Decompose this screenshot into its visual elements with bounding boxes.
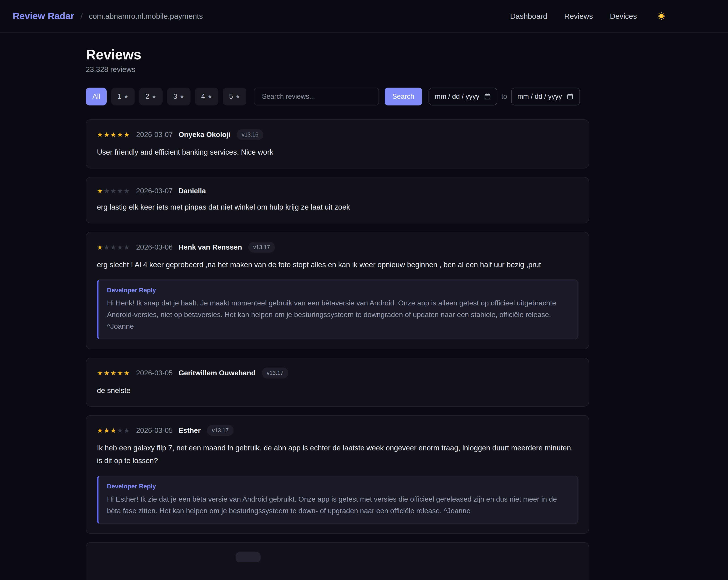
- star-icon: ★: [207, 94, 212, 99]
- developer-reply: Developer Reply Hi Henk! Ik snap dat je …: [97, 279, 578, 339]
- developer-reply: Developer Reply Hi Esther! Ik zie dat je…: [97, 476, 578, 524]
- filter-chip-label: 4: [201, 93, 205, 101]
- nav-dashboard[interactable]: Dashboard: [510, 12, 547, 21]
- developer-reply-text: Hi Henk! Ik snap dat je baalt. Je maakt …: [107, 297, 569, 332]
- review-body: erg lastig elk keer iets met pinpas dat …: [97, 201, 578, 213]
- theme-toggle-button[interactable]: [657, 11, 666, 21]
- review-date: 2026-03-07: [136, 130, 173, 139]
- review-body: Ik heb een galaxy flip 7, net een maand …: [97, 442, 578, 467]
- calendar-icon: [484, 93, 491, 100]
- version-badge: v13.17: [207, 425, 234, 436]
- filter-chip-4[interactable]: 4 ★: [195, 87, 218, 105]
- version-badge: v13.16: [237, 129, 263, 140]
- developer-reply-text: Hi Esther! Ik zie dat je een bèta versie…: [107, 494, 569, 517]
- search-input[interactable]: [254, 87, 379, 105]
- date-from-placeholder: mm / dd / yyyy: [435, 93, 479, 101]
- reviews-page: Reviews 23,328 reviews All 1 ★ 2 ★ 3 ★ 4…: [0, 47, 589, 580]
- review-body: User friendly and efficient banking serv…: [97, 146, 578, 159]
- page-title: Reviews: [86, 47, 589, 62]
- review-card: ★★★★★ 2026-03-05 Esther v13.17 Ik heb ee…: [86, 415, 589, 533]
- sun-icon: [657, 12, 666, 20]
- review-card-partial: [86, 542, 589, 580]
- review-body: erg slecht ! Al 4 keer geprobeerd ,na he…: [97, 258, 578, 271]
- search-button[interactable]: Search: [385, 87, 422, 105]
- star-rating: ★★★★★: [97, 187, 130, 195]
- filter-row: All 1 ★ 2 ★ 3 ★ 4 ★ 5 ★ Search mm / dd /…: [86, 87, 589, 105]
- review-header: ★★★★★ 2026-03-06 Henk van Renssen v13.17: [97, 242, 578, 253]
- main-nav: Dashboard Reviews Devices: [510, 11, 666, 21]
- version-badge: [236, 552, 261, 562]
- filter-chip-2[interactable]: 2 ★: [139, 87, 162, 105]
- nav-devices[interactable]: Devices: [610, 12, 637, 21]
- review-header: ★★★★★ 2026-03-05 Geritwillem Ouwehand v1…: [97, 368, 578, 378]
- star-icon: ★: [152, 94, 157, 99]
- filter-chip-label: 2: [146, 93, 149, 101]
- review-count: 23,328 reviews: [86, 65, 589, 74]
- filter-chip-label: 5: [229, 93, 233, 101]
- nav-reviews[interactable]: Reviews: [564, 12, 593, 21]
- review-author: Onyeka Okoloji: [178, 130, 231, 139]
- review-author: Geritwillem Ouwehand: [178, 369, 256, 377]
- star-rating: ★★★★★: [97, 427, 130, 434]
- filter-chip-3[interactable]: 3 ★: [167, 87, 190, 105]
- star-icon: ★: [235, 94, 240, 99]
- top-nav: Review Radar / com.abnamro.nl.mobile.pay…: [0, 0, 728, 33]
- star-icon: ★: [124, 94, 129, 99]
- date-range-separator: to: [501, 93, 507, 101]
- review-header: ★★★★★ 2026-03-07 Onyeka Okoloji v13.16: [97, 129, 578, 140]
- developer-reply-label: Developer Reply: [107, 483, 569, 490]
- filter-chip-1[interactable]: 1 ★: [111, 87, 135, 105]
- breadcrumb: Review Radar / com.abnamro.nl.mobile.pay…: [13, 11, 203, 21]
- filter-chip-label: 1: [118, 93, 121, 101]
- star-rating: ★★★★★: [97, 243, 130, 251]
- star-rating: ★★★★★: [97, 131, 130, 138]
- review-author: Henk van Renssen: [178, 243, 242, 251]
- star-icon: ★: [180, 94, 184, 99]
- review-date: 2026-03-07: [136, 187, 173, 195]
- review-list: ★★★★★ 2026-03-07 Onyeka Okoloji v13.16 U…: [86, 119, 589, 534]
- review-date: 2026-03-05: [136, 369, 173, 377]
- date-from-input[interactable]: mm / dd / yyyy: [428, 87, 497, 105]
- review-header: ★★★★★ 2026-03-05 Esther v13.17: [97, 425, 578, 436]
- review-body: de snelste: [97, 384, 578, 397]
- breadcrumb-app-id: com.abnamro.nl.mobile.payments: [89, 12, 203, 21]
- filter-chip-label: 3: [173, 93, 177, 101]
- calendar-icon: [567, 93, 574, 100]
- review-card: ★★★★★ 2026-03-07 Daniella erg lastig elk…: [86, 177, 589, 223]
- brand-link[interactable]: Review Radar: [13, 11, 74, 21]
- version-badge: v13.17: [248, 242, 275, 253]
- developer-reply-label: Developer Reply: [107, 287, 569, 294]
- review-card: ★★★★★ 2026-03-05 Geritwillem Ouwehand v1…: [86, 358, 589, 407]
- date-to-input[interactable]: mm / dd / yyyy: [511, 87, 580, 105]
- filter-chip-5[interactable]: 5 ★: [223, 87, 246, 105]
- date-to-placeholder: mm / dd / yyyy: [517, 93, 562, 101]
- breadcrumb-separator: /: [80, 12, 82, 21]
- filter-chip-all[interactable]: All: [86, 87, 107, 105]
- filter-chip-label: All: [93, 93, 100, 101]
- date-range-filter: mm / dd / yyyy to mm / dd / yyyy: [428, 87, 580, 105]
- review-date: 2026-03-05: [136, 426, 173, 434]
- review-date: 2026-03-06: [136, 243, 173, 251]
- star-rating: ★★★★★: [97, 369, 130, 377]
- review-card: ★★★★★ 2026-03-06 Henk van Renssen v13.17…: [86, 232, 589, 349]
- review-author: Esther: [178, 426, 201, 434]
- review-author: Daniella: [178, 187, 206, 195]
- review-card: ★★★★★ 2026-03-07 Onyeka Okoloji v13.16 U…: [86, 119, 589, 169]
- review-header: ★★★★★ 2026-03-07 Daniella: [97, 187, 578, 195]
- version-badge: v13.17: [262, 368, 288, 378]
- star-filter-group: All 1 ★ 2 ★ 3 ★ 4 ★ 5 ★: [86, 87, 246, 105]
